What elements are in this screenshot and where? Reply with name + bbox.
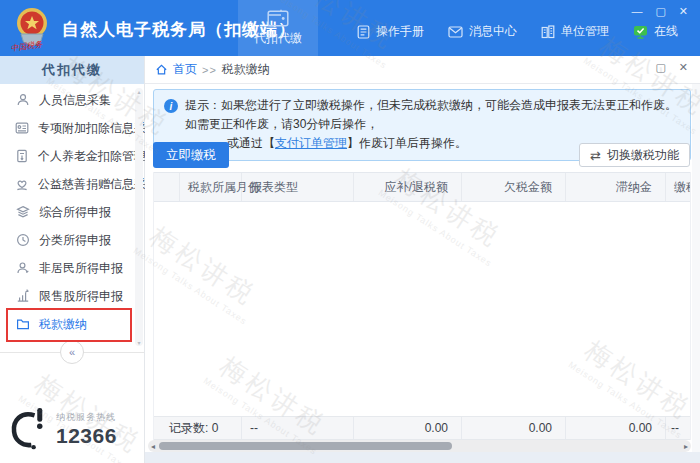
hotline-block: 纳税服务热线 12366 (10, 406, 117, 452)
sidebar-item-label: 人员信息采集 (39, 92, 111, 109)
scroll-left-icon[interactable]: ◂ (148, 440, 158, 452)
sidebar-item-label: 税款缴纳 (39, 316, 87, 333)
tip-line2-post: 】作废订单后再操作。 (347, 136, 467, 150)
header-tab-label: 代扣代缴 (254, 30, 302, 47)
sidebar-item-pension-deduction[interactable]: 个人养老金扣除管理 (0, 142, 136, 170)
tip-line2-pre: 或通过【 (227, 136, 275, 150)
message-center-menu-item[interactable]: 消息中心 (448, 23, 517, 40)
info-icon: i (164, 99, 178, 113)
panel-close-button[interactable]: ✕ (679, 61, 688, 74)
folder-icon (15, 317, 30, 331)
bar-chart-icon (15, 289, 30, 303)
tip-line1: 如果您进行了立即缴税操作，但未完成税款缴纳，可能会造成申报表无法更正和作废。如需… (185, 98, 677, 131)
manual-menu-item[interactable]: 操作手册 (357, 23, 424, 40)
document-icon (357, 25, 370, 39)
header-select-column (154, 173, 180, 201)
sidebar-item-personnel-info[interactable]: 人员信息采集 (0, 86, 136, 114)
sidebar-item-label: 个人养老金扣除管理 (38, 148, 146, 165)
sidebar-item-tax-payment[interactable]: 税款缴纳 (0, 310, 136, 338)
sidebar-menu: 人员信息采集 专项附加扣除信息采集 个人养老金扣 (0, 86, 136, 338)
header-report-type: 报表类型 (242, 173, 354, 201)
footer-owed-total: 0.00 (462, 417, 566, 439)
hotline-logo-icon (10, 406, 50, 452)
vertical-scrollbar-track[interactable] (691, 84, 700, 452)
sidebar: 代扣代缴 人员信息采集 专项附加扣除信息采集 (0, 56, 145, 463)
panel-controls: ▢ ✕ (655, 61, 688, 74)
table-body-empty (154, 202, 690, 416)
horizontal-scrollbar[interactable]: ◂ ▸ (148, 440, 691, 452)
clock-icon (15, 233, 30, 247)
sidebar-item-label: 综合所得申报 (39, 204, 111, 221)
footer-status: -- (666, 417, 691, 439)
content-panel: i 提示：如果您进行了立即缴税操作，但未完成税款缴纳，可能会造成申报表无法更正和… (145, 84, 692, 452)
table-header-row: 税款所属月份 报表类型 应补/退税额 欠税金额 滞纳金 缴税状态 (154, 172, 690, 202)
switch-arrows-icon: ⇄ (590, 148, 601, 163)
scroll-down-icon[interactable]: ▾ (137, 339, 140, 346)
sidebar-item-label: 分类所得申报 (39, 232, 111, 249)
sidebar-collapse-button[interactable]: « (60, 340, 84, 364)
unit-management-menu-item[interactable]: 单位管理 (541, 23, 609, 40)
person-outline-icon (15, 261, 30, 275)
sidebar-item-special-deduction[interactable]: 专项附加扣除信息采集 (0, 114, 136, 142)
pay-now-button[interactable]: 立即缴税 (153, 142, 229, 168)
sidebar-title: 代扣代缴 (0, 56, 144, 84)
sidebar-item-charity-donation[interactable]: 公益慈善捐赠信息采集 (0, 170, 136, 198)
breadcrumb-current: 税款缴纳 (222, 61, 270, 78)
header-menu: 操作手册 消息中心 单 (357, 23, 678, 40)
header-tab-withholding[interactable]: 代扣代缴 (238, 0, 318, 56)
horizontal-scrollbar-thumb[interactable] (159, 442, 452, 450)
tax-bureau-emblem-icon: 中国税务 (8, 4, 56, 54)
panel-maximize-button[interactable]: ▢ (655, 61, 665, 74)
message-center-label: 消息中心 (469, 23, 517, 40)
online-label: 在线 (654, 23, 678, 40)
header-owed-amount: 欠税金额 (462, 173, 566, 201)
breadcrumb-separator: >> (202, 64, 217, 76)
app-window: 中国税务 自然人电子税务局（扣缴端） 代扣代缴 (0, 0, 700, 463)
footer-report-type: -- (242, 417, 354, 439)
switch-label: 切换缴税功能 (607, 147, 679, 164)
sidebar-item-label: 非居民所得申报 (39, 260, 123, 277)
footer-late-fee-total: 0.00 (566, 417, 666, 439)
envelope-icon (448, 26, 463, 38)
sidebar-item-classified-income[interactable]: 分类所得申报 (0, 226, 136, 254)
header-tax-month: 税款所属月份 (180, 173, 242, 201)
maximize-button[interactable]: ▢ (655, 4, 665, 18)
person-icon (15, 93, 30, 107)
home-icon (155, 63, 168, 76)
window-controls: — ▢ ✕ (631, 4, 688, 18)
close-button[interactable]: ✕ (679, 4, 688, 18)
breadcrumb-home[interactable]: 首页 (173, 61, 197, 78)
sidebar-scrollbar[interactable]: ▴ ▾ (135, 88, 143, 346)
header-refund-amount: 应补/退税额 (354, 173, 462, 201)
hotline-label: 纳税服务热线 (56, 411, 117, 424)
pension-document-icon (15, 149, 29, 163)
payment-order-link[interactable]: 支付订单管理 (275, 136, 347, 150)
sidebar-item-label: 限售股所得申报 (39, 288, 123, 305)
tax-payment-table: 税款所属月份 报表类型 应补/退税额 欠税金额 滞纳金 缴税状态 记录数: 0 … (153, 172, 691, 440)
switch-tax-function-button[interactable]: ⇄ 切换缴税功能 (579, 143, 690, 167)
building-icon (541, 25, 555, 39)
minimize-button[interactable]: — (631, 4, 642, 18)
online-monitor-icon (633, 25, 648, 39)
header-pay-status: 缴税状态 (666, 173, 691, 201)
hotline-number: 12366 (56, 424, 117, 448)
scroll-up-icon[interactable]: ▴ (137, 88, 140, 95)
tip-prefix: 提示： (185, 98, 221, 112)
charity-heart-icon (15, 177, 29, 191)
sidebar-item-restricted-shares[interactable]: 限售股所得申报 (0, 282, 136, 310)
breadcrumb: 首页 >> 税款缴纳 (145, 56, 700, 84)
scroll-right-icon[interactable]: ▸ (681, 440, 691, 452)
header-late-fee: 滞纳金 (566, 173, 666, 201)
svg-text:中国税务: 中国税务 (10, 39, 44, 53)
title-bar: 中国税务 自然人电子税务局（扣缴端） 代扣代缴 (0, 0, 700, 56)
id-card-icon (15, 121, 29, 135)
wallet-icon (267, 9, 289, 27)
sidebar-item-comprehensive-income[interactable]: 综合所得申报 (0, 198, 136, 226)
sidebar-item-nonresident-income[interactable]: 非居民所得申报 (0, 254, 136, 282)
layers-icon (15, 205, 30, 219)
online-status[interactable]: 在线 (633, 23, 678, 40)
table-footer-row: 记录数: 0 -- 0.00 0.00 0.00 -- (154, 416, 690, 440)
unit-management-label: 单位管理 (561, 23, 609, 40)
footer-record-count: 记录数: 0 (154, 417, 242, 439)
manual-label: 操作手册 (376, 23, 424, 40)
